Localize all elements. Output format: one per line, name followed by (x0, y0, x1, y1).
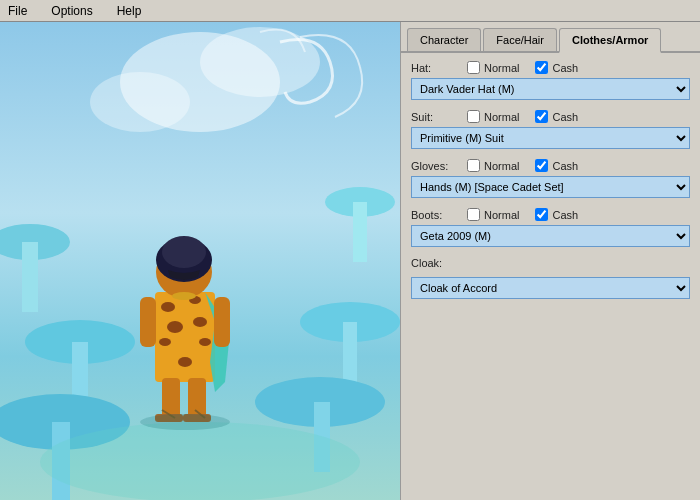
boots-normal-group: Normal (467, 208, 519, 221)
boots-cash-label: Cash (552, 209, 578, 221)
menu-file[interactable]: File (4, 2, 31, 20)
game-scene (0, 22, 400, 500)
hat-dropdown-row: Dark Vader Hat (M) (411, 78, 690, 100)
suit-label-row: Suit: Normal Cash (411, 110, 690, 123)
suit-cash-label: Cash (552, 111, 578, 123)
svg-point-29 (162, 236, 206, 268)
hat-label: Hat: (411, 62, 451, 74)
hat-cash-label: Cash (552, 62, 578, 74)
cloak-group: Cloak: Cloak of Accord (411, 257, 690, 299)
gloves-dropdown-row: Hands (M) [Space Cadet Set] (411, 176, 690, 198)
tab-clothes-armor[interactable]: Clothes/Armor (559, 28, 661, 53)
suit-normal-group: Normal (467, 110, 519, 123)
hat-normal-label: Normal (484, 62, 519, 74)
gloves-cash-checkbox[interactable] (535, 159, 548, 172)
boots-normal-label: Normal (484, 209, 519, 221)
hat-normal-checkbox[interactable] (467, 61, 480, 74)
cloak-label-row: Cloak: (411, 257, 690, 273)
menu-help[interactable]: Help (113, 2, 146, 20)
hat-label-row: Hat: Normal Cash (411, 61, 690, 74)
svg-point-37 (140, 414, 230, 430)
svg-point-21 (193, 317, 207, 327)
svg-point-20 (167, 321, 183, 333)
boots-dropdown-row: Geta 2009 (M) (411, 225, 690, 247)
svg-point-30 (172, 292, 196, 300)
hat-dropdown[interactable]: Dark Vader Hat (M) (411, 78, 690, 100)
svg-point-23 (199, 338, 211, 346)
main-layout: Character Face/Hair Clothes/Armor Hat: N… (0, 22, 700, 500)
gloves-normal-label: Normal (484, 160, 519, 172)
gloves-label-row: Gloves: Normal Cash (411, 159, 690, 172)
gloves-cash-group: Cash (535, 159, 578, 172)
menubar: File Options Help (0, 0, 700, 22)
boots-label: Boots: (411, 209, 451, 221)
boots-cash-group: Cash (535, 208, 578, 221)
svg-point-18 (161, 302, 175, 312)
gloves-group: Gloves: Normal Cash Hands (M) [Space Cad… (411, 159, 690, 198)
svg-point-3 (90, 72, 190, 132)
svg-rect-7 (22, 242, 38, 312)
boots-label-row: Boots: Normal Cash (411, 208, 690, 221)
gloves-normal-checkbox[interactable] (467, 159, 480, 172)
svg-point-16 (40, 422, 360, 500)
svg-rect-5 (353, 202, 367, 262)
tab-character[interactable]: Character (407, 28, 481, 51)
suit-normal-checkbox[interactable] (467, 110, 480, 123)
suit-normal-label: Normal (484, 111, 519, 123)
panel-content: Hat: Normal Cash Dark Vader Hat (M) (401, 53, 700, 500)
gloves-label: Gloves: (411, 160, 451, 172)
hat-normal-group: Normal (467, 61, 519, 74)
boots-dropdown[interactable]: Geta 2009 (M) (411, 225, 690, 247)
boots-group: Boots: Normal Cash Geta 2009 (M) (411, 208, 690, 247)
cloak-dropdown-row: Cloak of Accord (411, 277, 690, 299)
tab-face-hair[interactable]: Face/Hair (483, 28, 557, 51)
suit-dropdown-row: Primitive (M) Suit (411, 127, 690, 149)
suit-cash-group: Cash (535, 110, 578, 123)
suit-group: Suit: Normal Cash Primitive (M) Suit (411, 110, 690, 149)
hat-cash-checkbox[interactable] (535, 61, 548, 74)
cloak-label: Cloak: (411, 257, 451, 269)
right-panel: Character Face/Hair Clothes/Armor Hat: N… (400, 22, 700, 500)
svg-point-24 (178, 357, 192, 367)
menu-options[interactable]: Options (47, 2, 96, 20)
hat-group: Hat: Normal Cash Dark Vader Hat (M) (411, 61, 690, 100)
boots-cash-checkbox[interactable] (535, 208, 548, 221)
suit-label: Suit: (411, 111, 451, 123)
hat-cash-group: Cash (535, 61, 578, 74)
gloves-cash-label: Cash (552, 160, 578, 172)
svg-rect-25 (140, 297, 156, 347)
suit-cash-checkbox[interactable] (535, 110, 548, 123)
suit-dropdown[interactable]: Primitive (M) Suit (411, 127, 690, 149)
gloves-normal-group: Normal (467, 159, 519, 172)
svg-rect-26 (214, 297, 230, 347)
cloak-dropdown[interactable]: Cloak of Accord (411, 277, 690, 299)
gloves-dropdown[interactable]: Hands (M) [Space Cadet Set] (411, 176, 690, 198)
tab-bar: Character Face/Hair Clothes/Armor (401, 22, 700, 53)
boots-normal-checkbox[interactable] (467, 208, 480, 221)
svg-point-22 (159, 338, 171, 346)
